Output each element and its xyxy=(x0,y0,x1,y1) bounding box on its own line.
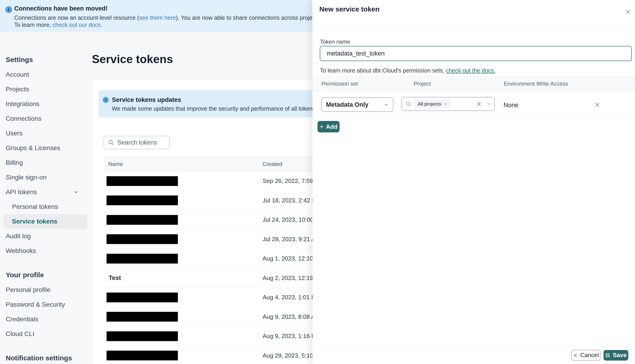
check-out-docs-link[interactable]: check out the docs. xyxy=(446,67,495,74)
cancel-button-label: Cancel xyxy=(580,352,599,359)
clear-selection-icon[interactable] xyxy=(476,102,482,106)
chevron-down-icon[interactable] xyxy=(73,189,79,195)
sidebar-item-label: API tokens xyxy=(6,188,37,196)
name-cell xyxy=(104,292,263,302)
sidebar-item-webhooks[interactable]: Webhooks xyxy=(0,244,92,258)
sidebar-item-audit-log[interactable]: Audit log xyxy=(0,229,92,244)
add-permission-button[interactable]: + Add xyxy=(317,121,340,132)
check-docs-link[interactable]: check out our docs. xyxy=(53,22,103,28)
delete-row-icon[interactable] xyxy=(594,102,600,108)
column-header-name: Name xyxy=(104,161,263,167)
sidebar-item-label: Groups & Licenses xyxy=(6,144,60,152)
sidebar-item-account[interactable]: Account xyxy=(0,67,92,82)
project-chip-label: All projects xyxy=(418,101,441,107)
name-cell xyxy=(104,350,263,360)
permission-set-header: Permission set xyxy=(322,80,358,87)
drawer-footer: Cancel Save xyxy=(312,346,635,364)
sidebar-item-personal-tokens[interactable]: Personal tokens xyxy=(0,200,92,214)
plus-icon: + xyxy=(320,123,324,130)
search-icon xyxy=(108,139,114,146)
permission-set-select[interactable]: Metadata Only xyxy=(321,98,393,112)
sidebar-item-connections[interactable]: Connections xyxy=(0,111,92,126)
sidebar-item-users[interactable]: Users xyxy=(0,126,92,141)
sidebar-item-label: Integrations xyxy=(6,100,39,108)
chevron-down-icon xyxy=(384,102,389,107)
banner-title: Connections have been moved! xyxy=(14,5,108,12)
sidebar-item-label: Account xyxy=(6,71,29,78)
permission-docs-line: To learn more about dbt Cloud's permissi… xyxy=(320,67,496,74)
sidebar-item-password-security[interactable]: Password & Security xyxy=(0,297,92,312)
search-input[interactable]: Search tokens xyxy=(104,136,170,149)
info-icon: i xyxy=(5,6,12,13)
redacted-name xyxy=(106,292,178,302)
banner-footer-text: To learn more, xyxy=(14,22,53,28)
sidebar-item-billing[interactable]: Billing xyxy=(0,156,92,170)
search-icon xyxy=(406,101,412,107)
sidebar-profile-nav: Personal profilePassword & SecurityCrede… xyxy=(0,282,92,341)
sidebar-nav: AccountProjectsIntegrationsConnectionsUs… xyxy=(0,67,92,258)
name-cell xyxy=(104,215,263,225)
drawer-title: New service token xyxy=(319,5,380,13)
redacted-name xyxy=(106,234,178,244)
sidebar-item-label: Single sign-on xyxy=(6,174,46,181)
token-name-label: Token name xyxy=(320,38,350,45)
save-button-label: Save xyxy=(613,352,627,359)
sidebar-item-service-tokens[interactable]: Service tokens xyxy=(3,214,87,229)
redacted-name xyxy=(106,312,178,322)
cancel-button[interactable]: Cancel xyxy=(571,350,600,360)
sidebar-item-label: Audit log xyxy=(6,232,31,240)
sidebar-notifications-header: Notification settings xyxy=(0,352,92,364)
sidebar-item-label: Credentials xyxy=(6,316,38,323)
chevron-down-icon[interactable] xyxy=(487,102,491,106)
banner-body-text: Connections are now an account-level res… xyxy=(14,14,139,21)
sidebar-item-credentials[interactable]: Credentials xyxy=(0,312,92,326)
name-cell xyxy=(104,312,263,322)
redacted-name xyxy=(106,254,178,264)
permission-set-value: Metadata Only xyxy=(326,101,384,108)
cancel-x-icon xyxy=(573,353,577,358)
sidebar-item-label: Personal tokens xyxy=(12,203,58,210)
sidebar-item-label: Connections xyxy=(6,115,42,122)
redacted-name xyxy=(106,176,178,186)
name-cell: Test xyxy=(104,274,263,282)
save-button[interactable]: Save xyxy=(603,350,628,360)
sidebar-item-label: Billing xyxy=(6,159,23,166)
settings-sidebar: Settings AccountProjectsIntegrationsConn… xyxy=(0,32,92,364)
token-name-input[interactable]: metadata_test_token xyxy=(320,46,632,61)
redacted-name xyxy=(106,350,178,360)
project-combobox[interactable]: All projects xyxy=(402,97,495,111)
name-cell xyxy=(104,234,263,244)
sidebar-settings-header: Settings xyxy=(0,54,92,66)
sidebar-item-groups-licenses[interactable]: Groups & Licenses xyxy=(0,141,92,156)
see-them-here-link[interactable]: see them here xyxy=(139,14,176,21)
permissions-header-row: Permission set Project Environment Write… xyxy=(312,76,635,91)
sidebar-item-label: Users xyxy=(6,130,23,137)
sidebar-item-integrations[interactable]: Integrations xyxy=(0,96,92,111)
sidebar-item-label: Projects xyxy=(6,86,29,93)
token-name-value: metadata_test_token xyxy=(327,50,385,57)
sidebar-item-personal-profile[interactable]: Personal profile xyxy=(0,282,92,297)
name-cell xyxy=(104,195,263,206)
close-icon[interactable] xyxy=(625,9,631,15)
sidebar-item-single-sign-on[interactable]: Single sign-on xyxy=(0,170,92,185)
redacted-name xyxy=(106,331,178,341)
sidebar-item-projects[interactable]: Projects xyxy=(0,82,92,96)
sidebar-item-cloud-cli[interactable]: Cloud CLI xyxy=(0,326,92,341)
docs-text: To learn more about dbt Cloud's permissi… xyxy=(320,67,446,74)
banner-footer: To learn more, check out our docs. xyxy=(14,21,103,28)
name-cell xyxy=(104,331,263,341)
project-header: Project xyxy=(414,80,431,87)
redacted-name xyxy=(106,195,178,206)
name-cell xyxy=(104,176,263,186)
add-button-label: Add xyxy=(326,123,338,130)
remove-chip-icon[interactable] xyxy=(444,102,447,106)
environment-write-access-value: None xyxy=(504,102,518,109)
sidebar-item-label: Cloud CLI xyxy=(6,330,35,338)
row-divider xyxy=(312,118,635,118)
sidebar-profile-header: Your profile xyxy=(0,269,92,281)
new-service-token-drawer: New service token Token name metadata_te… xyxy=(312,0,635,364)
sidebar-item-api-tokens[interactable]: API tokens xyxy=(0,185,92,200)
sidebar-item-label: Personal profile xyxy=(6,286,51,294)
redacted-name xyxy=(106,215,178,225)
project-chip[interactable]: All projects xyxy=(414,100,451,108)
